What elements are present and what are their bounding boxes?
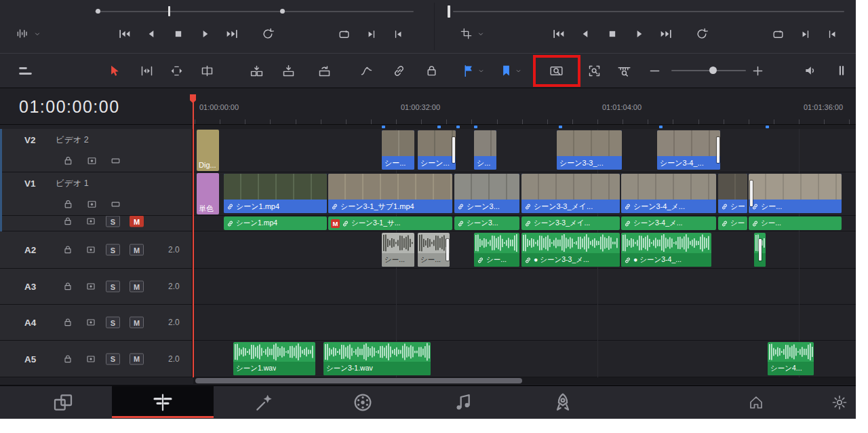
project-manager-button[interactable] [736,386,776,418]
timeline-clip[interactable]: シーン3-1.wav [323,342,431,375]
page-fusion-button[interactable] [244,386,285,418]
dynamic-trim-mode-button[interactable] [167,59,185,82]
track-lock-button[interactable] [62,155,74,167]
left-stop-button[interactable] [168,24,189,43]
zoom-out-button[interactable] [646,59,663,82]
left-loop-clip-button[interactable] [334,24,354,43]
timeline-clip[interactable]: シーン1.mp4 [224,174,327,213]
timeline-clip[interactable]: シー... [418,233,450,267]
audio-monitor-button[interactable] [802,59,819,82]
clip-trim-handle[interactable] [446,239,449,261]
track-option-button[interactable] [110,155,121,167]
left-go-to-previous-edit-button[interactable] [388,24,408,43]
position-lock-button[interactable] [422,59,440,82]
track-lock-button[interactable] [62,244,73,255]
retime-controls-button[interactable] [357,59,375,82]
timeline-clip[interactable]: シーン3... [454,216,519,230]
right-go-to-last-frame-button[interactable] [656,24,677,43]
right-play-reverse-button[interactable] [575,24,595,43]
page-deliver-button[interactable] [542,386,583,418]
track-autoselect-button[interactable] [85,244,96,255]
left-scrub-marker-1[interactable] [96,9,100,14]
right-go-to-first-frame-button[interactable] [548,24,568,43]
marker-button[interactable] [496,59,525,82]
timeline-ruler[interactable]: 01:00:00:0001:00:32:0001:01:04:0001:01:3… [193,88,856,125]
zoom-in-button[interactable] [749,59,766,82]
left-loop-playback-button[interactable] [258,24,278,43]
right-scrub-playhead[interactable] [448,5,450,18]
left-play-button[interactable] [195,24,216,43]
track-lock-button[interactable] [62,354,73,364]
link-clips-button[interactable] [390,59,408,82]
timeline-clip[interactable]: シー... [718,174,747,213]
left-scrub-playhead[interactable] [168,6,170,16]
page-fairlight-button[interactable] [443,386,484,418]
right-stop-button[interactable] [602,24,623,43]
timeline-clip[interactable]: シーン... [418,130,456,170]
trim-edit-mode-button[interactable] [138,59,155,82]
overwrite-clip-button[interactable] [279,59,297,82]
clip-trim-handle[interactable] [750,181,753,206]
timeline-clip[interactable]: シ... [474,130,496,170]
left-scrub-marker-2[interactable] [280,9,285,14]
timeline-clip[interactable]: シー... [474,233,519,267]
track-solo-button[interactable]: S [106,353,120,364]
timeline-clip[interactable]: シーン1.mp4 [224,216,327,230]
track-mute-button[interactable]: M [130,281,144,293]
track-solo-button[interactable]: S [106,317,120,328]
left-viewer-source-button[interactable] [16,27,41,40]
page-edit-button[interactable] [142,386,183,418]
timeline-clip[interactable]: シー... [749,174,842,213]
track-autoselect-button[interactable] [86,199,98,210]
track-mute-button[interactable]: M [130,244,144,256]
track-mute-button[interactable]: M [130,317,144,328]
right-go-to-next-edit-button[interactable] [795,24,815,43]
timeline-clip[interactable]: Mシーン3-1_サ... [328,216,452,230]
track-lock-button[interactable] [62,199,74,210]
replace-clip-button[interactable] [315,59,333,82]
right-viewer-scrub-bar[interactable] [453,11,844,12]
track-solo-button[interactable]: S [106,281,120,293]
left-viewer-scrub-bar[interactable] [95,11,414,12]
timeline-clip[interactable]: シーン3-3_メイ... [521,174,620,213]
track-autoselect-button[interactable] [85,281,96,292]
track-solo-button[interactable]: S [106,216,120,227]
track-option-button[interactable] [110,199,121,210]
right-viewer-source-button[interactable] [460,27,485,40]
track-lock-button[interactable] [62,216,73,227]
project-settings-button[interactable] [819,386,856,418]
timeline-options-button[interactable] [833,59,850,82]
timeline-clip[interactable]: シーン3-4_... [657,130,720,170]
track-mute-button[interactable]: M [130,353,144,364]
right-loop-clip-button[interactable] [768,24,788,43]
timeline-clip[interactable]: シーン3-3_... [557,130,622,170]
left-go-to-last-frame-button[interactable] [222,24,243,43]
clip-trim-handle[interactable] [452,137,455,162]
track-autoselect-button[interactable] [85,216,96,227]
timeline-clip[interactable]: シーン3-1_サブ1.mp4 [328,174,452,213]
scrollbar-thumb[interactable] [195,378,522,383]
right-play-button[interactable] [629,24,650,43]
left-go-to-next-edit-button[interactable] [361,24,381,43]
selection-mode-button[interactable] [105,59,123,82]
timeline-zoom-slider[interactable] [671,59,746,82]
timeline-clip[interactable]: ● シーン3-3_メ... [521,233,620,267]
timeline-horizontal-scrollbar[interactable] [193,377,856,384]
page-cut-button[interactable] [43,386,83,418]
timeline-zoom-custom-button[interactable] [615,59,633,82]
timeline-clip[interactable]: Dig... [197,130,219,171]
timeline-clip[interactable]: シー... [382,233,414,267]
timeline-clip[interactable]: シーン3... [454,174,519,213]
timeline-clip[interactable]: 単色 [197,173,219,214]
playhead[interactable] [193,95,194,377]
timeline-clip[interactable]: シーン3-4_メ... [621,174,716,213]
clip-trim-handle[interactable] [759,239,762,261]
timeline-clip[interactable]: ● シーン3-4_... [621,233,711,267]
track-autoselect-button[interactable] [86,155,98,167]
track-solo-button[interactable]: S [106,244,120,256]
timeline-zoom-detail-button[interactable] [585,59,603,82]
right-go-to-previous-edit-button[interactable] [822,24,842,43]
timeline-clip[interactable]: シーン3-4_メ... [621,216,716,230]
timeline-clip[interactable]: シー... [749,216,842,230]
right-loop-playback-button[interactable] [692,24,712,43]
